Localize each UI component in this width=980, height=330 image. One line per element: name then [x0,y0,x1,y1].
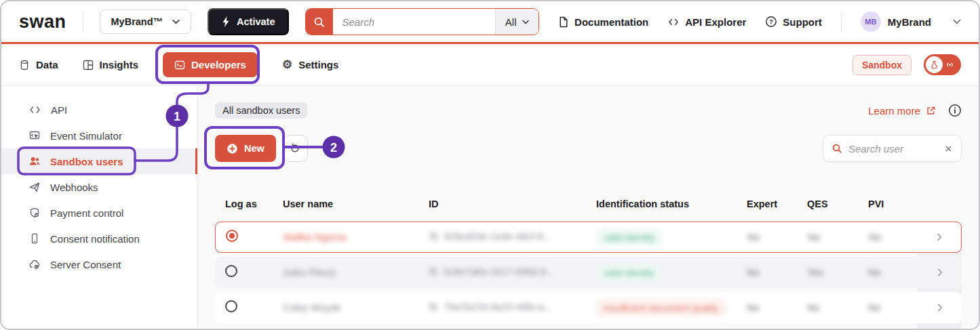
column-header: ID [429,199,596,209]
code-icon [28,104,41,115]
tab-settings-label: Settings [298,59,338,70]
sidebar-item-api[interactable]: API [1,97,197,123]
breadcrumb: All sandbox users [215,102,307,119]
tab-insights-label: Insights [100,59,139,70]
clear-icon[interactable] [944,144,953,153]
database-icon [19,60,30,70]
svg-text:?: ? [769,18,773,25]
search-icon-box[interactable] [306,9,333,35]
plus-circle-icon [227,143,238,154]
chevron-right-icon [934,232,945,243]
global-search: All [305,8,539,35]
tab-insights[interactable]: Insights [83,59,139,70]
insights-grid-icon [83,60,94,70]
account-menu[interactable]: MB MyBrand [861,12,961,32]
learn-more-link[interactable]: Learn more [868,105,936,117]
pvi-value: No [868,302,881,313]
documentation-link[interactable]: Documentation [557,16,648,28]
sidebar-item-label: Sandbox users [50,156,123,167]
section-nav: Data Insights Developers ⚙ Settings Sand… [1,44,979,86]
users-icon [28,156,41,167]
env-knob [926,56,943,73]
user-search-input[interactable] [848,143,938,154]
user-search [823,135,962,162]
refresh-button[interactable] [283,135,308,162]
search-icon [313,16,325,28]
activate-button[interactable]: Activate [208,8,288,35]
document-icon [557,16,569,28]
swan-logo: swan [19,12,66,33]
sidebar-item-event-simulator[interactable]: Event Simulator [1,123,197,148]
learn-more-label: Learn more [868,105,920,117]
column-header: Log as [215,199,283,209]
expert-value: No [747,267,760,278]
sidebar-item-label: Server Consent [50,259,121,270]
user-id: 828cd33e-1ede-48cf-8... [429,231,551,242]
sidebar-item-server-consent[interactable]: Server Consent [1,251,197,277]
chevron-down-icon [953,19,961,24]
cloud-icon [28,259,41,270]
identification-status-badge: valid identity [596,264,661,281]
copy-icon [429,232,439,241]
chevron-down-icon [522,20,529,24]
support-link[interactable]: ? Support [765,16,822,28]
account-name: MyBrand [888,16,931,28]
log-as-radio[interactable] [225,300,237,312]
global-search-input[interactable] [333,9,495,35]
event-simulator-icon [28,130,41,141]
chevron-right-icon [935,267,945,278]
sidebar-item-label: Webhooks [50,182,98,193]
api-explorer-link[interactable]: API Explorer [667,16,746,28]
sidebar-item-label: Consent notification [50,233,140,245]
search-scope-select[interactable]: All [495,9,538,35]
paper-plane-icon [28,182,41,192]
nav-right: Sandbox [852,54,961,75]
activate-label: Activate [237,16,275,27]
brand-selector-label: MyBrand™ [111,16,163,27]
sidebar-item-label: Payment control [50,207,123,219]
shield-check-icon [28,207,41,218]
body: API Event Simulator Sandbox users Webhoo… [1,86,979,329]
new-user-button[interactable]: New [215,135,276,162]
log-as-radio[interactable] [226,230,238,242]
environment-toggle[interactable] [924,54,961,75]
external-link-icon [926,106,936,116]
flask-icon [930,60,939,70]
tab-developers-label: Developers [191,59,246,70]
top-links: Documentation API Explorer ? Support MB … [557,12,961,32]
column-header: Identification status [596,199,747,209]
identification-status-badge: valid identity [597,229,662,246]
tab-data[interactable]: Data [19,59,58,70]
gear-icon: ⚙ [282,59,292,70]
brand-selector[interactable]: MyBrand™ [100,9,192,34]
search-icon [831,143,842,154]
main-content: All sandbox users Learn more New [198,86,979,329]
table-row[interactable]: Malika Ngoma 828cd33e-1ede-48cf-8... val… [215,222,962,253]
table-rows: Malika Ngoma 828cd33e-1ede-48cf-8... val… [215,222,962,323]
divider [83,12,83,32]
table-row[interactable]: Jules Fleury 0c8e7a8a-1b17-496d-8... val… [215,257,962,288]
sidebar-item-webhooks[interactable]: Webhooks [1,174,197,200]
search-scope-value: All [505,16,517,28]
dev-console-icon [174,60,185,70]
identification-status-badge: insufficient document quality [596,300,726,316]
avatar: MB [861,12,881,32]
sidebar-item-payment-control[interactable]: Payment control [1,200,197,226]
log-as-radio[interactable] [225,265,237,277]
divider [841,12,842,32]
chevron-down-icon [172,19,180,24]
sidebar-item-consent-notification[interactable]: Consent notification [1,226,197,251]
table-row[interactable]: Coley Woyak 79a7b233-da23-49fa-a... insu… [215,292,962,323]
qes-value: No [808,232,821,243]
pvi-value: No [869,232,882,243]
sidebar-item-sandbox-users[interactable]: Sandbox users [1,148,197,174]
tab-settings[interactable]: ⚙ Settings [282,59,338,70]
refresh-icon [290,143,300,154]
tab-developers[interactable]: Developers [163,52,258,77]
column-header: QES [807,199,868,209]
qes-value: No [807,302,820,313]
code-icon [667,17,680,27]
documentation-label: Documentation [574,16,648,28]
info-icon[interactable] [948,104,962,117]
sidebar-item-label: API [51,104,67,116]
